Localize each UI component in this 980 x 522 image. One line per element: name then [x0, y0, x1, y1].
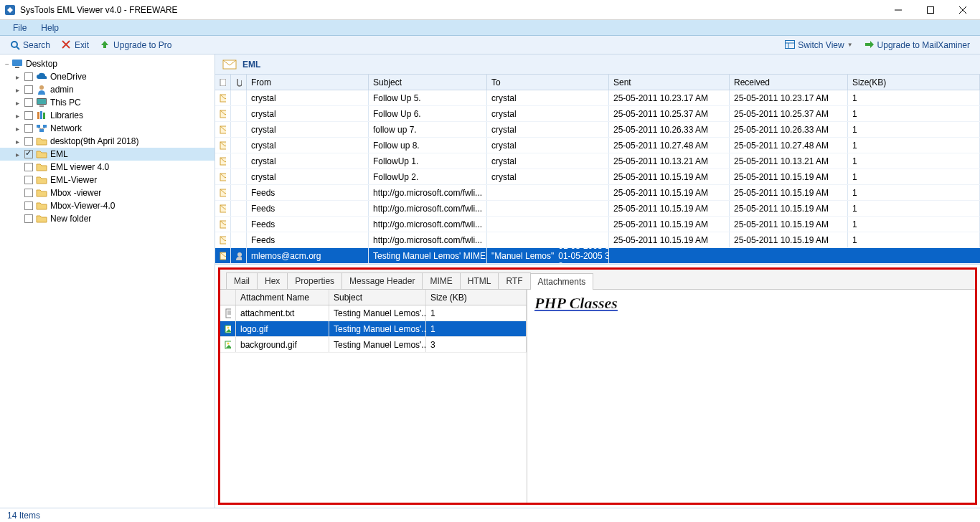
attachment-row[interactable]: background.gifTesting Manuel Lemos'...3	[220, 337, 527, 353]
row-user-icon	[231, 153, 247, 169]
checkbox[interactable]	[24, 201, 33, 210]
col-subject[interactable]: Subject	[369, 75, 487, 90]
cell-received: 25-05-2011 10.27.48 AM	[730, 138, 848, 153]
email-row[interactable]: crystalFollowUp 2.crystal25-05-2011 10.1…	[215, 169, 980, 185]
upgrade-pro-button[interactable]: Upgrade to Pro	[95, 40, 177, 50]
cell-to: "Manuel Lemos" 01-05-2005 3.58.29 AM01-0…	[487, 248, 609, 263]
tree-node[interactable]: ▸Libraries	[0, 109, 215, 122]
expand-icon[interactable]: ▸	[13, 73, 22, 81]
tree-node[interactable]: ▸Network	[0, 122, 215, 135]
col-att-name[interactable]: Attachment Name	[236, 290, 329, 305]
email-row[interactable]: crystalFollow Up 6.crystal25-05-2011 10.…	[215, 106, 980, 122]
checkbox[interactable]	[24, 85, 33, 94]
cell-subject: http://go.microsoft.com/fwli...	[369, 232, 487, 247]
cell-sent: 25-05-2011 10.26.33 AM	[609, 122, 730, 137]
svg-point-47	[227, 342, 230, 344]
switch-view-button[interactable]: Switch View ▼	[779, 40, 858, 50]
email-row[interactable]: crystalFollow up 8.crystal25-05-2011 10.…	[215, 138, 980, 153]
minimize-button[interactable]	[882, 1, 914, 19]
checkbox[interactable]	[24, 150, 33, 158]
col-to[interactable]: To	[487, 75, 609, 90]
col-sent[interactable]: Sent	[609, 75, 730, 90]
tab-message-header[interactable]: Message Header	[341, 272, 423, 289]
row-user-icon	[231, 106, 247, 121]
tab-mail[interactable]: Mail	[226, 272, 258, 289]
tab-properties[interactable]: Properties	[287, 272, 342, 289]
checkbox[interactable]	[24, 176, 33, 184]
email-row[interactable]: Feedshttp://go.microsoft.com/fwli...25-0…	[215, 217, 980, 232]
folder-tree[interactable]: − Desktop ▸OneDrive▸admin▸This PC▸Librar…	[0, 54, 215, 508]
tree-node[interactable]: New folder	[0, 212, 215, 225]
col-icon[interactable]	[215, 75, 231, 90]
upgrade-mailxaminer-button[interactable]: Upgrade to MailXaminer	[859, 40, 976, 50]
col-received[interactable]: Received	[730, 75, 848, 90]
maximize-button[interactable]	[914, 1, 946, 19]
email-row[interactable]: crystalFollow Up 5.crystal25-05-2011 10.…	[215, 90, 980, 106]
email-row[interactable]: crystalfollow up 7.crystal25-05-2011 10.…	[215, 122, 980, 138]
cell-subject: Follow Up 6.	[369, 106, 487, 121]
menu-file[interactable]: File	[6, 22, 34, 34]
checkbox[interactable]	[24, 111, 33, 120]
expand-icon[interactable]: ▸	[13, 125, 22, 133]
tree-node[interactable]: ▸EML	[0, 148, 215, 161]
tree-node[interactable]: ▸admin	[0, 83, 215, 96]
expand-icon[interactable]: ▸	[13, 138, 22, 146]
tab-rtf[interactable]: RTF	[498, 272, 530, 289]
tree-node[interactable]: ▸This PC	[0, 96, 215, 109]
email-row[interactable]: Feedshttp://go.microsoft.com/fwli...25-0…	[215, 185, 980, 201]
menu-help[interactable]: Help	[34, 22, 66, 34]
mail-folder-icon	[222, 59, 237, 70]
tree-node[interactable]: EML viewer 4.0	[0, 161, 215, 174]
tree-node[interactable]: ▸desktop(9th April 2018)	[0, 135, 215, 148]
tree-node[interactable]: Mbox -viewer	[0, 186, 215, 199]
tab-mime[interactable]: MIME	[422, 272, 460, 289]
chevron-down-icon: ▼	[847, 42, 853, 48]
tab-html[interactable]: HTML	[460, 272, 499, 289]
tree-label: Mbox -viewer	[50, 188, 101, 198]
checkbox[interactable]	[24, 163, 33, 171]
tab-hex[interactable]: Hex	[257, 272, 288, 289]
svg-point-39	[237, 252, 242, 257]
checkbox[interactable]	[24, 189, 33, 197]
checkbox[interactable]	[24, 214, 33, 223]
cell-size: 1	[848, 169, 980, 184]
col-size[interactable]: Size(KB)	[848, 75, 980, 90]
expand-icon[interactable]: ▸	[13, 151, 22, 158]
preview-text: PHP Classes	[534, 294, 618, 312]
attachment-row[interactable]: attachment.txtTesting Manuel Lemos'...1	[220, 305, 527, 321]
search-button[interactable]: Search	[4, 40, 56, 50]
expand-icon[interactable]: ▸	[13, 112, 22, 120]
col-from[interactable]: From	[247, 75, 369, 90]
cell-to	[487, 232, 609, 247]
folder-icon	[36, 136, 47, 147]
checkbox[interactable]	[24, 98, 33, 107]
attachment-row[interactable]: logo.gifTesting Manuel Lemos'...1	[220, 321, 527, 337]
col-att-icon[interactable]	[220, 290, 236, 305]
email-row[interactable]: mlemos@acm.orgTesting Manuel Lemos' MIME…	[215, 248, 980, 264]
svg-rect-21	[37, 125, 40, 128]
tab-attachments[interactable]: Attachments	[530, 273, 594, 290]
col-att-size[interactable]: Size (KB)	[426, 290, 527, 305]
mail-icon	[215, 185, 231, 200]
tree-label: EML viewer 4.0	[50, 162, 109, 172]
expand-icon[interactable]: ▸	[13, 86, 22, 94]
col-att-subject[interactable]: Subject	[329, 290, 426, 305]
checkbox[interactable]	[24, 137, 33, 146]
tree-node[interactable]: ▸OneDrive	[0, 70, 215, 83]
tree-node-desktop[interactable]: − Desktop	[0, 57, 215, 70]
checkbox[interactable]	[24, 124, 33, 133]
close-button[interactable]	[946, 1, 979, 19]
exit-button[interactable]: Exit	[56, 40, 95, 50]
collapse-icon[interactable]: −	[3, 60, 11, 68]
arrow-right-icon	[864, 40, 875, 50]
tree-node[interactable]: EML-Viewer	[0, 174, 215, 186]
email-row[interactable]: Feedshttp://go.microsoft.com/fwli...25-0…	[215, 232, 980, 248]
cell-sent: 25-05-2011 10.15.19 AM	[609, 201, 730, 216]
cell-size: 1	[848, 217, 980, 232]
col-attachment[interactable]	[231, 75, 247, 90]
email-row[interactable]: crystalFollowUp 1.crystal25-05-2011 10.1…	[215, 153, 980, 169]
tree-node[interactable]: Mbox-Viewer-4.0	[0, 199, 215, 212]
expand-icon[interactable]: ▸	[13, 99, 22, 107]
checkbox[interactable]	[24, 72, 33, 81]
email-row[interactable]: Feedshttp://go.microsoft.com/fwli...25-0…	[215, 201, 980, 217]
